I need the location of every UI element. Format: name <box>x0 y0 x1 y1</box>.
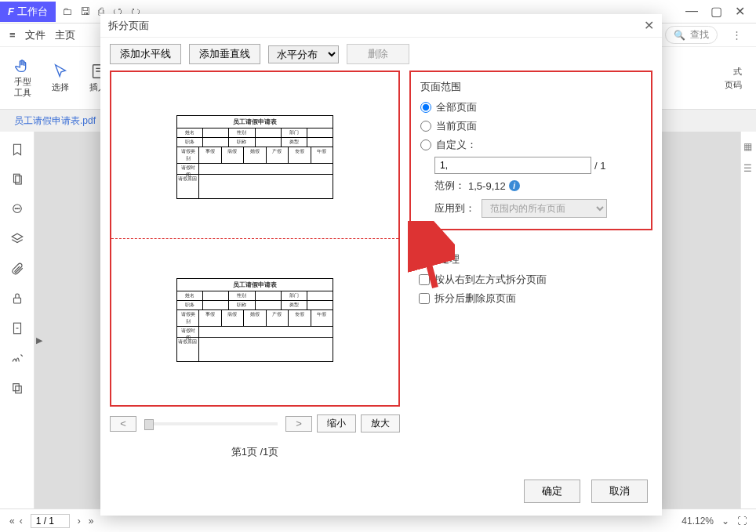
zoom-dropdown-icon[interactable]: ⌄ <box>721 516 729 527</box>
pages-icon[interactable] <box>10 172 24 186</box>
right-sidebar: ▦ ☰ <box>740 132 756 508</box>
split-line[interactable] <box>111 238 398 239</box>
svg-rect-7 <box>13 298 20 303</box>
select-tool-button[interactable]: 选择 <box>45 60 75 96</box>
info-icon[interactable]: i <box>509 180 520 191</box>
left-sidebar <box>0 132 35 508</box>
save-icon[interactable]: 🖫 <box>80 5 90 17</box>
sidebar-expand-icon[interactable]: ▶ <box>36 335 42 346</box>
hand-tool-label: 手型 工具 <box>14 77 31 97</box>
preview-next-button[interactable]: > <box>285 416 312 432</box>
last-page-icon[interactable]: » <box>89 516 94 527</box>
radio-current-label: 当前页面 <box>436 119 477 133</box>
radio-custom-label: 自定义： <box>436 138 477 152</box>
dialog-toolbar: 添加水平线 添加垂直线 水平分布 删除 <box>100 38 662 71</box>
cancel-button[interactable]: 取消 <box>591 480 648 503</box>
preview-nav: < > 缩小 放大 <box>110 407 400 440</box>
sign-icon[interactable] <box>10 351 24 365</box>
search-icon: 🔍 <box>674 30 685 41</box>
options-pane: 页面范围 全部页面 当前页面 自定义： / 1 范 <box>409 71 652 464</box>
attachment-icon[interactable] <box>10 262 24 276</box>
radio-current-input[interactable] <box>420 121 431 132</box>
svg-point-4 <box>15 208 16 209</box>
check-delete-input[interactable] <box>419 293 430 304</box>
range-example: 范例： 1,5-9,12 i <box>434 179 642 193</box>
example-label: 范例： <box>434 179 465 193</box>
radio-all-label: 全部页面 <box>436 100 477 114</box>
radio-custom-input[interactable] <box>420 139 431 150</box>
minimize-icon[interactable]: — <box>685 4 698 19</box>
dialog-title: 拆分页面 <box>108 19 149 33</box>
distribute-select[interactable]: 水平分布 <box>268 45 339 63</box>
check-rtl-input[interactable] <box>419 274 430 285</box>
radio-all-input[interactable] <box>420 102 431 113</box>
right-panel-icon-1[interactable]: ▦ <box>743 141 754 152</box>
preview-pane: 员工请假申请表 姓名性别部门 职务职称类型 请假类别事假病假婚假产假丧假年假 请… <box>110 71 400 464</box>
svg-rect-1 <box>13 174 20 183</box>
radio-all-pages[interactable]: 全部页面 <box>420 100 642 114</box>
maximize-icon[interactable]: ▢ <box>711 4 722 19</box>
search-box[interactable]: 🔍 查找 <box>665 26 718 44</box>
zoom-in-button[interactable]: 放大 <box>361 414 400 432</box>
document-tab[interactable]: 员工请假申请表.pdf <box>8 111 102 131</box>
fullscreen-icon[interactable]: ⛶ <box>737 516 747 527</box>
preview-slider[interactable] <box>144 422 278 425</box>
more-menu-icon[interactable]: ⋮ <box>727 29 747 41</box>
menu-hamburger-icon[interactable]: ≡ <box>9 29 16 41</box>
split-process-group: 拆分处理 按从右到左方式拆分页面 拆分后删除原页面 <box>409 244 652 318</box>
toolbar-right-fragment: 式 页码 <box>725 66 748 91</box>
page-number-input[interactable] <box>31 514 70 528</box>
menu-home[interactable]: 主页 <box>55 28 75 42</box>
preview-table-bottom: 员工请假申请表 姓名性别部门 职务职称类型 请假类别事假病假婚假产假丧假年假 请… <box>176 278 333 362</box>
check-rtl-label: 按从右到左方式拆分页面 <box>434 273 547 287</box>
right-panel-icon-2[interactable]: ☰ <box>743 163 754 174</box>
layers-icon[interactable] <box>10 232 24 246</box>
preview-prev-button[interactable]: < <box>110 416 136 432</box>
svg-rect-10 <box>15 386 21 393</box>
workspace-tab[interactable]: F 工作台 <box>0 2 56 22</box>
preview-table-top: 员工请假申请表 姓名性别部门 职务职称类型 请假类别事假病假婚假产假丧假年假 请… <box>176 115 333 199</box>
delete-line-button[interactable]: 删除 <box>347 44 409 64</box>
preview-canvas[interactable]: 员工请假申请表 姓名性别部门 职务职称类型 请假类别事假病假婚假产假丧假年假 请… <box>110 71 400 407</box>
prev-page-icon[interactable]: ‹ <box>20 516 23 527</box>
menu-file[interactable]: 文件 <box>25 28 45 42</box>
app-logo-icon: F <box>8 5 14 17</box>
radio-current-page[interactable]: 当前页面 <box>420 119 642 133</box>
svg-rect-2 <box>15 176 21 185</box>
zoom-out-button[interactable]: 缩小 <box>317 414 356 432</box>
dialog-footer: 确定 取消 <box>100 472 662 516</box>
apply-to-select[interactable]: 范围内的所有页面 <box>482 199 607 218</box>
page-range-title: 页面范围 <box>420 80 642 94</box>
toolbar-right-text1: 式 <box>733 66 742 78</box>
split-page-dialog: 拆分页面 ✕ 添加水平线 添加垂直线 水平分布 删除 员工请假申请表 姓名性别部… <box>100 14 662 516</box>
close-window-icon[interactable]: ✕ <box>735 4 745 19</box>
page-range-group: 页面范围 全部页面 当前页面 自定义： / 1 范 <box>409 71 652 230</box>
folder-icon[interactable]: 🗀 <box>62 5 72 17</box>
check-rtl[interactable]: 按从右到左方式拆分页面 <box>419 273 643 287</box>
comment-icon[interactable] <box>10 202 24 216</box>
zoom-value: 41.12% <box>681 516 714 527</box>
workspace-label: 工作台 <box>17 5 48 19</box>
page-icon[interactable] <box>10 321 24 335</box>
check-delete-original[interactable]: 拆分后删除原页面 <box>419 291 643 306</box>
add-horizontal-line-button[interactable]: 添加水平线 <box>110 44 181 64</box>
ok-button[interactable]: 确定 <box>524 480 580 503</box>
next-page-icon[interactable]: › <box>78 516 81 527</box>
custom-range-input[interactable] <box>434 157 591 174</box>
dialog-close-icon[interactable]: ✕ <box>644 18 654 33</box>
add-vertical-line-button[interactable]: 添加垂直线 <box>189 44 260 64</box>
bookmark-icon[interactable] <box>10 143 24 157</box>
radio-custom-pages[interactable]: 自定义： <box>420 138 642 152</box>
svg-point-5 <box>16 208 17 209</box>
preview-page-counter: 第1页 /1页 <box>110 440 400 464</box>
copy-icon[interactable] <box>10 381 24 395</box>
preview-table-title: 员工请假申请表 <box>177 116 333 128</box>
lock-icon[interactable] <box>10 291 24 306</box>
apply-to-label: 应用到： <box>434 201 475 215</box>
page-nav: « ‹ <box>9 516 23 527</box>
example-value: 1,5-9,12 <box>468 180 506 192</box>
check-delete-label: 拆分后删除原页面 <box>434 291 516 306</box>
hand-tool-button[interactable]: 手型 工具 <box>8 55 38 100</box>
first-page-icon[interactable]: « <box>9 516 15 527</box>
select-tool-label: 选择 <box>52 81 69 93</box>
